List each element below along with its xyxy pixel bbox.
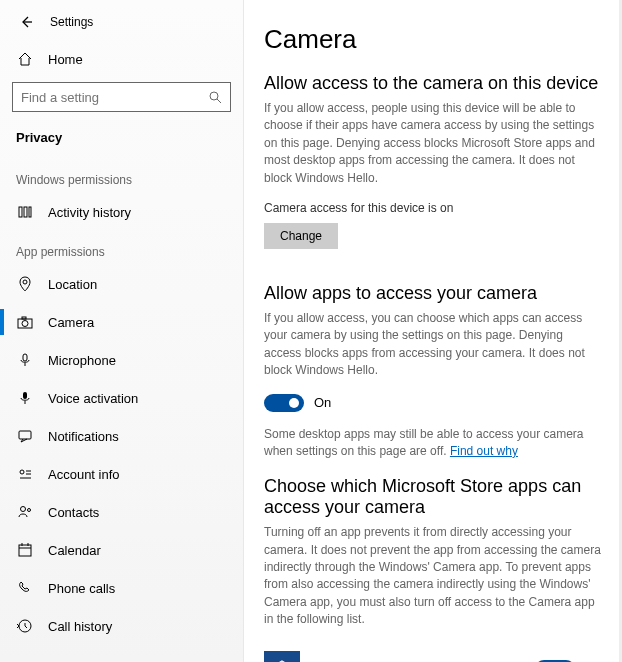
nav-item-label: Location [48, 277, 97, 292]
svg-point-1 [210, 92, 218, 100]
device-access-status: Camera access for this device is on [264, 201, 602, 215]
svg-rect-3 [19, 207, 22, 217]
nav-home[interactable]: Home [0, 44, 243, 74]
nav-item-label: Contacts [48, 505, 99, 520]
section2-desc: If you allow access, you can choose whic… [264, 310, 602, 380]
svg-rect-5 [29, 207, 31, 217]
svg-rect-4 [24, 207, 27, 217]
section2-note: Some desktop apps may still be able to a… [264, 426, 602, 461]
content-pane: Camera Allow access to the camera on thi… [244, 0, 622, 662]
account-icon [17, 466, 33, 482]
nav-item-label: Notifications [48, 429, 119, 444]
svg-rect-19 [19, 545, 31, 556]
nav-camera[interactable]: Camera [0, 303, 243, 341]
nav-item-label: Call history [48, 619, 112, 634]
calendar-icon [17, 542, 33, 558]
sidebar-top: Settings [0, 8, 243, 44]
search-input[interactable] [21, 90, 208, 105]
svg-point-18 [28, 509, 31, 512]
svg-point-13 [20, 470, 24, 474]
nav-contacts[interactable]: Contacts [0, 493, 243, 531]
voice-icon [17, 390, 33, 406]
section1-heading: Allow access to the camera on this devic… [264, 73, 602, 94]
svg-point-6 [23, 280, 27, 284]
nav-item-label: Calendar [48, 543, 101, 558]
nav-item-label: Account info [48, 467, 120, 482]
nav-calendar[interactable]: Calendar [0, 531, 243, 569]
home-label: Home [48, 52, 83, 67]
home-icon [17, 51, 33, 67]
section2-heading: Allow apps to access your camera [264, 283, 602, 304]
sidebar: Settings Home Privacy Windows permission… [0, 0, 244, 662]
arrow-left-icon [18, 14, 34, 30]
location-icon [17, 276, 33, 292]
apps-access-toggle-row: On [264, 394, 602, 412]
svg-rect-12 [19, 431, 31, 439]
section-label: Privacy [0, 120, 243, 159]
nav-call-history[interactable]: Call history [0, 607, 243, 645]
nav-account-info[interactable]: Account info [0, 455, 243, 493]
nav-item-label: Phone calls [48, 581, 115, 596]
nav-phone-calls[interactable]: Phone calls [0, 569, 243, 607]
phone-icon [17, 580, 33, 596]
section3-desc: Turning off an app prevents it from dire… [264, 524, 602, 628]
nav-location[interactable]: Location [0, 265, 243, 303]
find-out-why-link[interactable]: Find out why [450, 444, 518, 458]
section3-heading: Choose which Microsoft Store apps can ac… [264, 476, 602, 518]
nav-item-label: Camera [48, 315, 94, 330]
group-windows-permissions: Windows permissions [0, 159, 243, 193]
settings-title: Settings [50, 15, 93, 29]
svg-point-17 [21, 507, 26, 512]
nav-activity-history[interactable]: Activity history [0, 193, 243, 231]
notifications-icon [17, 428, 33, 444]
section1-desc: If you allow access, people using this d… [264, 100, 602, 187]
note-text: Some desktop apps may still be able to a… [264, 427, 584, 458]
svg-rect-10 [23, 354, 27, 361]
page-title: Camera [264, 24, 602, 55]
search-box[interactable] [12, 82, 231, 112]
callhistory-icon [17, 618, 33, 634]
apps-access-toggle[interactable] [264, 394, 304, 412]
nav-item-label: Voice activation [48, 391, 138, 406]
app-icon-3d-viewer [264, 651, 300, 662]
nav-notifications[interactable]: Notifications [0, 417, 243, 455]
nav-voice-activation[interactable]: Voice activation [0, 379, 243, 417]
app-row-3d-viewer: 3D Viewer On [264, 643, 602, 662]
history-icon [17, 204, 33, 220]
group-app-permissions: App permissions [0, 231, 243, 265]
svg-rect-11 [23, 392, 27, 399]
contacts-icon [17, 504, 33, 520]
search-icon [208, 90, 222, 104]
cube-icon [271, 658, 293, 662]
nav-item-label: Microphone [48, 353, 116, 368]
nav-item-label: Activity history [48, 205, 131, 220]
change-button[interactable]: Change [264, 223, 338, 249]
svg-rect-9 [22, 317, 26, 319]
apps-access-toggle-label: On [314, 395, 331, 410]
camera-icon [17, 314, 33, 330]
microphone-icon [17, 352, 33, 368]
svg-line-2 [217, 99, 221, 103]
svg-point-8 [22, 321, 28, 327]
nav-microphone[interactable]: Microphone [0, 341, 243, 379]
back-button[interactable] [12, 8, 40, 36]
